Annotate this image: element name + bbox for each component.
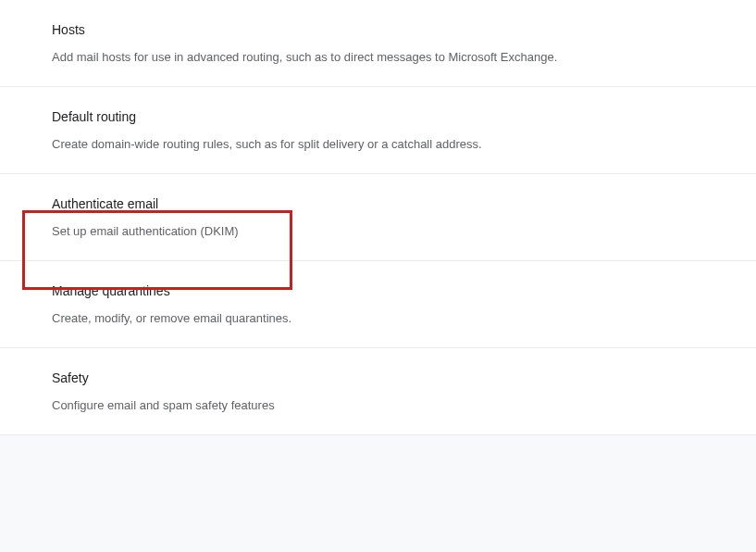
settings-item-description: Set up email authentication (DKIM) [52, 224, 734, 238]
settings-item-hosts[interactable]: Hosts Add mail hosts for use in advanced… [0, 0, 756, 87]
settings-item-authenticate-email[interactable]: Authenticate email Set up email authenti… [0, 174, 756, 261]
settings-item-title: Manage quarantines [52, 283, 734, 298]
settings-list: Hosts Add mail hosts for use in advanced… [0, 0, 756, 435]
settings-item-safety[interactable]: Safety Configure email and spam safety f… [0, 348, 756, 435]
settings-item-description: Create domain-wide routing rules, such a… [52, 137, 734, 151]
settings-item-title: Hosts [52, 22, 734, 37]
settings-item-description: Add mail hosts for use in advanced routi… [52, 50, 734, 64]
settings-item-title: Default routing [52, 109, 734, 124]
settings-item-manage-quarantines[interactable]: Manage quarantines Create, modify, or re… [0, 261, 756, 348]
settings-item-description: Create, modify, or remove email quaranti… [52, 311, 734, 325]
settings-item-default-routing[interactable]: Default routing Create domain-wide routi… [0, 87, 756, 174]
settings-item-title: Safety [52, 370, 734, 385]
settings-item-title: Authenticate email [52, 196, 734, 211]
settings-item-description: Configure email and spam safety features [52, 398, 734, 412]
